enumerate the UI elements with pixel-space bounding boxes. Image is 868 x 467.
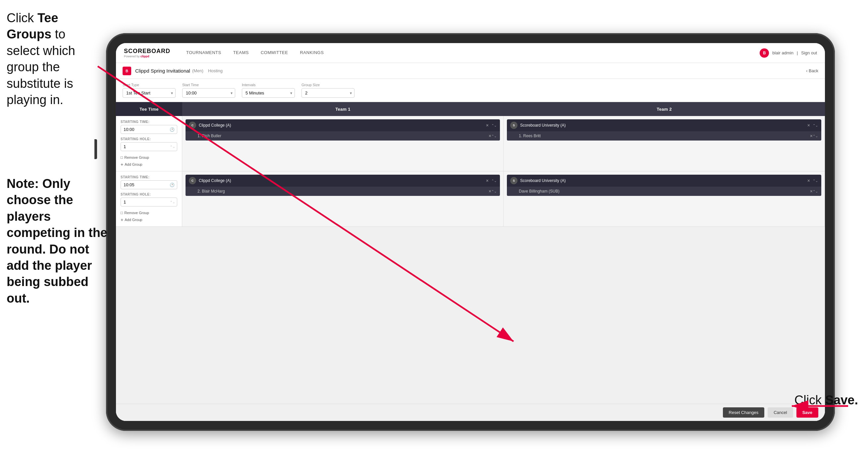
hole-select-2[interactable]: 1 [121, 198, 177, 206]
table-header: Tee Time Team 1 Team 2 [116, 102, 825, 116]
annotation-click-save: Click Save. [795, 393, 858, 407]
time-input-wrapper-2[interactable]: 🕐 [121, 180, 177, 189]
add-group-btn-2[interactable]: Add Group [121, 217, 177, 223]
annotation-bottom: Note: Only choose the players competing … [0, 176, 116, 307]
team1-col-2: C Clippd College (A) × ⌃⌄ 2. Blair McHar… [182, 171, 503, 226]
group-size-label: Group Size [302, 83, 354, 87]
hole-select-wrapper-1[interactable]: 1 [121, 142, 177, 151]
team1-entry-1[interactable]: C Clippd College (A) × ⌃⌄ 1. Rich Butler… [186, 119, 500, 141]
time-col-2: STARTING TIME: 🕐 STARTING HOLE: 1 Remove… [116, 171, 182, 226]
team1-arrows-1[interactable]: ⌃⌄ [491, 124, 497, 127]
annotation-top: Click Tee Groups to select which group t… [0, 0, 103, 108]
hole-select-wrapper-2[interactable]: 1 [121, 198, 177, 206]
team1-logo-1: C [189, 122, 196, 129]
config-start-type: Start Type 1st Tee Start [123, 83, 176, 98]
team1-header-1: C Clippd College (A) × ⌃⌄ [186, 119, 500, 131]
navbar: SCOREBOARD Powered by clippd TOURNAMENTS… [116, 43, 825, 63]
player-arrows-1-2[interactable]: ⌃⌄ [491, 189, 497, 193]
player-row-1-2: 2. Blair McHarg × ⌃⌄ [186, 186, 500, 196]
sub-header: B Clippd Spring Invitational (Men) Hosti… [116, 63, 825, 79]
start-time-select[interactable]: 10:00 [182, 88, 235, 98]
team2-logo-2: S [510, 177, 518, 184]
group-row-2: STARTING TIME: 🕐 STARTING HOLE: 1 Remove… [116, 171, 825, 227]
start-type-select-wrapper[interactable]: 1st Tee Start [123, 88, 176, 98]
team2-logo-1: S [510, 122, 518, 129]
team2-header-2: S Scoreboard University (A) × ⌃⌄ [507, 175, 821, 186]
hole-select-1[interactable]: 1 [121, 142, 177, 151]
annotation-bottom-note: Note: Only choose the players competing … [7, 177, 107, 305]
start-config: Start Type 1st Tee Start Start Time 10:0… [116, 79, 825, 102]
nav-tournaments[interactable]: TOURNAMENTS [180, 43, 227, 63]
team2-arrows-2[interactable]: ⌃⌄ [813, 179, 818, 183]
team2-entry-1[interactable]: S Scoreboard University (A) × ⌃⌄ 1. Rees… [507, 119, 821, 141]
header-team2: Team 2 [503, 102, 825, 116]
player-remove-1-2[interactable]: × [489, 188, 491, 194]
starting-time-label-2: STARTING TIME: [121, 175, 177, 179]
cancel-button[interactable]: Cancel [768, 407, 793, 418]
start-type-label: Start Type [123, 83, 176, 87]
nav-username: blair admin [772, 50, 794, 55]
player-name-1-2: 2. Blair McHarg [197, 189, 489, 194]
footer-bar: Reset Changes Cancel Save [116, 404, 825, 421]
header-tee-time: Tee Time [116, 102, 182, 116]
logo-powered: Powered by clippd [124, 55, 170, 58]
team2-arrows-1[interactable]: ⌃⌄ [813, 124, 818, 127]
sub-header-logo: B [123, 67, 131, 75]
nav-teams[interactable]: TEAMS [227, 43, 255, 63]
nav-avatar: B [760, 49, 769, 58]
team2-remove-2[interactable]: × [807, 178, 810, 183]
time-icon-1: 🕐 [169, 127, 175, 132]
tournament-gender: (Men) [192, 68, 204, 73]
team1-entry-2[interactable]: C Clippd College (A) × ⌃⌄ 2. Blair McHar… [186, 175, 500, 196]
tournament-name: Clippd Spring Invitational [135, 68, 190, 74]
team2-header-1: S Scoreboard University (A) × ⌃⌄ [507, 119, 821, 131]
annotation-top-prefix: Click [7, 11, 37, 25]
intervals-select-wrapper[interactable]: 5 Minutes [242, 88, 295, 98]
remove-group-btn-1[interactable]: Remove Group [121, 155, 177, 160]
player-name-2-2: Dave Billingham (SUB) [519, 189, 810, 194]
tablet-screen: SCOREBOARD Powered by clippd TOURNAMENTS… [116, 43, 825, 421]
team2-col-1: S Scoreboard University (A) × ⌃⌄ 1. Rees… [503, 116, 825, 171]
start-type-select[interactable]: 1st Tee Start [123, 88, 176, 98]
player-remove-2-1[interactable]: × [810, 133, 813, 139]
starting-time-label-1: STARTING TIME: [121, 120, 177, 124]
reset-changes-button[interactable]: Reset Changes [723, 407, 765, 418]
team2-name-1: Scoreboard University (A) [520, 123, 805, 127]
nav-right: B blair admin | Sign out [760, 49, 817, 58]
save-button[interactable]: Save [797, 407, 818, 418]
team2-remove-1[interactable]: × [807, 123, 810, 128]
player-name-2-1: 1. Rees Britt [519, 134, 810, 138]
time-input-wrapper-1[interactable]: 🕐 [121, 125, 177, 134]
team1-remove-1[interactable]: × [486, 123, 489, 128]
player-arrows-2-1[interactable]: ⌃⌄ [813, 134, 818, 138]
group-size-select[interactable]: 2 [302, 88, 354, 98]
intervals-select[interactable]: 5 Minutes [242, 88, 295, 98]
player-name-1-1: 1. Rich Butler [197, 134, 489, 138]
player-remove-1-1[interactable]: × [489, 133, 491, 139]
config-start-time: Start Time 10:00 [182, 83, 235, 98]
time-input-1[interactable] [121, 125, 177, 134]
team1-arrows-2[interactable]: ⌃⌄ [491, 179, 497, 183]
back-button[interactable]: ‹ Back [806, 68, 818, 73]
team1-header-2: C Clippd College (A) × ⌃⌄ [186, 175, 500, 186]
nav-rankings[interactable]: RANKINGS [294, 43, 330, 63]
nav-links: TOURNAMENTS TEAMS COMMITTEE RANKINGS [180, 43, 760, 63]
table-body: STARTING TIME: 🕐 STARTING HOLE: 1 Remove… [116, 116, 825, 404]
add-group-btn-1[interactable]: Add Group [121, 162, 177, 167]
sign-out-link[interactable]: Sign out [801, 50, 817, 55]
remove-group-btn-2[interactable]: Remove Group [121, 210, 177, 215]
team1-remove-2[interactable]: × [486, 178, 489, 183]
player-arrows-1-1[interactable]: ⌃⌄ [491, 134, 497, 138]
time-input-2[interactable] [121, 180, 177, 189]
content-area: Start Type 1st Tee Start Start Time 10:0… [116, 79, 825, 421]
nav-committee[interactable]: COMMITTEE [255, 43, 294, 63]
player-remove-2-2[interactable]: × [810, 188, 813, 194]
team1-name-1: Clippd College (A) [199, 123, 483, 127]
start-time-select-wrapper[interactable]: 10:00 [182, 88, 235, 98]
team2-entry-2[interactable]: S Scoreboard University (A) × ⌃⌄ Dave Bi… [507, 175, 821, 196]
group-size-select-wrapper[interactable]: 2 [302, 88, 354, 98]
config-intervals: Intervals 5 Minutes [242, 83, 295, 98]
player-row-1-1: 1. Rich Butler × ⌃⌄ [186, 131, 500, 141]
starting-hole-label-1: STARTING HOLE: [121, 137, 177, 141]
player-arrows-2-2[interactable]: ⌃⌄ [813, 189, 818, 193]
